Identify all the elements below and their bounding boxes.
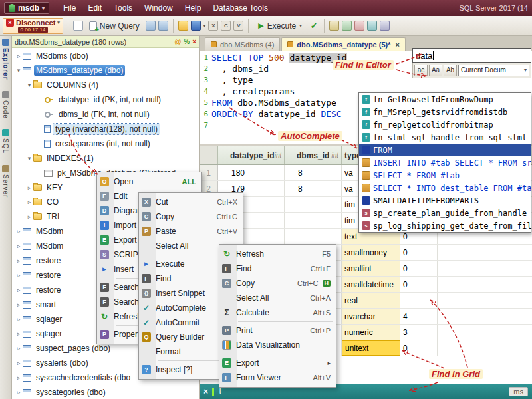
tree-item[interactable]: type (nvarchar(128), not null) — [12, 122, 199, 136]
column-header-dbms-id[interactable]: dbms_idint — [285, 146, 342, 164]
menu-edit[interactable]: Edit — [82, 2, 108, 14]
collapse-icon[interactable]: ▾ — [15, 67, 23, 74]
cell-type[interactable]: smalldatetime — [342, 277, 400, 292]
expand-icon[interactable]: ▹ — [25, 199, 33, 205]
validate-icon[interactable]: ✓ — [309, 21, 319, 31]
expand-icon[interactable]: ▹ — [25, 184, 33, 191]
menu-help[interactable]: Help — [179, 2, 207, 14]
menu-item-cut[interactable]: CutCtrl+X — [139, 195, 243, 209]
autocomplete-item[interactable]: fn_MSrepl_getsrvidfromdistdb — [359, 106, 531, 118]
grid-find-input[interactable]: t — [218, 387, 223, 396]
close-icon[interactable]: × — [192, 38, 196, 45]
cell-createparams[interactable]: 0 — [400, 340, 438, 356]
menu-item-find[interactable]: FindCtrl+F — [219, 261, 336, 276]
at-icon[interactable]: @ — [174, 38, 181, 45]
menu-item-refresh[interactable]: RefreshF5 — [219, 247, 336, 261]
tree-item[interactable]: ▾INDEXES (1) — [12, 151, 199, 166]
cell-datatype-id[interactable]: 180 — [218, 165, 285, 180]
autocomplete-item[interactable]: fn_replgetcolidfrombitmap — [359, 118, 531, 131]
expand-icon[interactable]: ▹ — [15, 228, 23, 235]
expand-icon[interactable]: ▹ — [15, 257, 23, 264]
new-query-button[interactable]: New Query — [86, 20, 143, 32]
cell-createparams[interactable]: 0 — [400, 261, 438, 276]
expand-icon[interactable]: ▹ — [15, 287, 23, 293]
layout-icon[interactable] — [367, 21, 377, 31]
chevron-down-icon[interactable]: ▾ — [203, 23, 206, 29]
match-case-button[interactable]: Aa — [429, 65, 442, 76]
tree-item[interactable]: ▾COLUMNS (4) — [12, 78, 199, 92]
expand-icon[interactable]: ▹ — [15, 360, 23, 366]
save-icon[interactable] — [191, 21, 201, 31]
menu-tools[interactable]: Tools — [108, 2, 138, 14]
expand-icon[interactable]: ▹ — [25, 213, 33, 220]
expand-icon[interactable]: ▹ — [15, 389, 23, 396]
form-view-icon[interactable] — [342, 21, 352, 31]
cell-createparams[interactable]: 3 — [400, 325, 438, 340]
expand-icon[interactable]: ▹ — [15, 272, 23, 279]
expand-icon[interactable]: ▹ — [15, 331, 23, 337]
autocomplete-item[interactable]: SELECT * INTO dest_table FROM #tab — [359, 182, 531, 194]
new-file-icon[interactable] — [73, 21, 83, 31]
autocomplete-item[interactable]: fn_GetRowsetIdFromRowDump — [359, 93, 531, 106]
column-header-datatype-id[interactable]: datatype_idint — [218, 146, 285, 164]
windows-grid-icon[interactable] — [380, 21, 390, 31]
autocomplete-item[interactable]: SELECT * FROM #tab — [359, 169, 531, 182]
tree-item[interactable]: createparams (int, not null) — [12, 136, 199, 151]
search-scope-select[interactable]: Current Docum ▾ — [458, 65, 529, 76]
database-selector[interactable]: msdb ▾ — [4, 2, 49, 14]
window-split-icon[interactable] — [158, 21, 168, 31]
autocomplete-item[interactable]: sp_log_shipping_get_date_from_file — [359, 219, 531, 232]
menu-window[interactable]: Window — [138, 2, 179, 14]
side-tab-explorer[interactable]: Explorer — [2, 39, 9, 80]
results-grid-icon[interactable] — [329, 21, 339, 31]
execute-button[interactable]: ▶ Execute ▾ — [253, 20, 306, 32]
autocomplete-item[interactable]: FROM — [359, 144, 531, 156]
tree-item[interactable]: ▹syscategories (dbo) — [12, 385, 199, 399]
menu-item-select-all[interactable]: Select AllCtrl+A — [219, 291, 336, 305]
cell-dbms-id[interactable] — [285, 197, 342, 212]
side-tab-sql[interactable]: SQL — [2, 129, 9, 154]
collapse-icon[interactable]: ▾ — [25, 155, 33, 162]
close-find-icon[interactable]: × — [203, 387, 208, 396]
whole-word-button[interactable]: Ab — [444, 65, 457, 76]
editor-tab[interactable]: dbo.MSdbms (4) — [205, 37, 280, 51]
autocomplete-item[interactable]: sp_create_plan_guide_from_handle — [359, 207, 531, 219]
side-tab-code[interactable]: Code — [2, 91, 9, 119]
cell-dbms-id[interactable]: 8 — [285, 165, 342, 180]
autocomplete-item[interactable]: fn_stmt_sql_handle_from_sql_stmt — [359, 131, 531, 144]
menu-item-copy[interactable]: CopyCtrl+C — [139, 209, 243, 224]
find-input[interactable]: data — [412, 48, 531, 63]
tree-item[interactable]: dbms_id (FK, int, not null) — [12, 107, 199, 122]
cell-type[interactable]: smallint — [342, 261, 400, 276]
expand-icon[interactable]: ▹ — [15, 53, 23, 59]
open-folder-icon[interactable] — [178, 21, 188, 31]
menu-item-paste[interactable]: PasteCtrl+V — [139, 224, 243, 239]
menu-item-print[interactable]: PrintCtrl+P — [219, 323, 336, 338]
disconnect-button[interactable]: × Disconnect ▾ 0.00:17:14 — [3, 18, 63, 34]
autocomplete-item[interactable]: INSERT INTO #tab SELECT * FROM src — [359, 156, 531, 169]
menu-item-copy[interactable]: CopyCtrl+CH — [219, 276, 336, 291]
tree-item[interactable]: ▾MSdbms_datatype (dbo) — [12, 63, 199, 78]
tree-item[interactable]: ▹MSdbms (dbo) — [12, 49, 199, 63]
match-chars-button[interactable]: ac — [414, 65, 428, 76]
window-list-icon[interactable] — [146, 21, 156, 31]
expand-icon[interactable]: ▹ — [15, 301, 23, 308]
expand-icon[interactable]: ▹ — [15, 316, 23, 323]
autocomplete-item[interactable]: SMALLDATETIMEFROMPARTS — [359, 194, 531, 207]
menu-item-calculate[interactable]: CalculateAlt+S — [219, 305, 336, 320]
menu-item-export[interactable]: Export▸ — [219, 356, 336, 370]
cell-createparams[interactable]: 0 — [400, 277, 438, 292]
cell-dbms-id[interactable] — [285, 213, 342, 228]
expand-icon[interactable]: ▹ — [15, 243, 23, 249]
close-tab-icon[interactable]: × — [396, 41, 400, 49]
cell-createparams[interactable]: 4 — [400, 309, 438, 324]
tree-item[interactable]: datatype_id (PK, int, not null) — [12, 92, 199, 107]
cell-dbms-id[interactable] — [285, 229, 342, 244]
cell-dbms-id[interactable]: 8 — [285, 181, 342, 196]
cell-type[interactable]: nvarchar — [342, 309, 400, 324]
cell-type[interactable]: unitext — [342, 340, 400, 356]
side-tab-server[interactable]: Server — [2, 165, 9, 198]
cell-createparams[interactable]: 0 — [400, 245, 438, 260]
cell-type[interactable]: numeric — [342, 325, 400, 340]
menu-item-data-visualization[interactable]: Data Visualization — [219, 338, 336, 352]
